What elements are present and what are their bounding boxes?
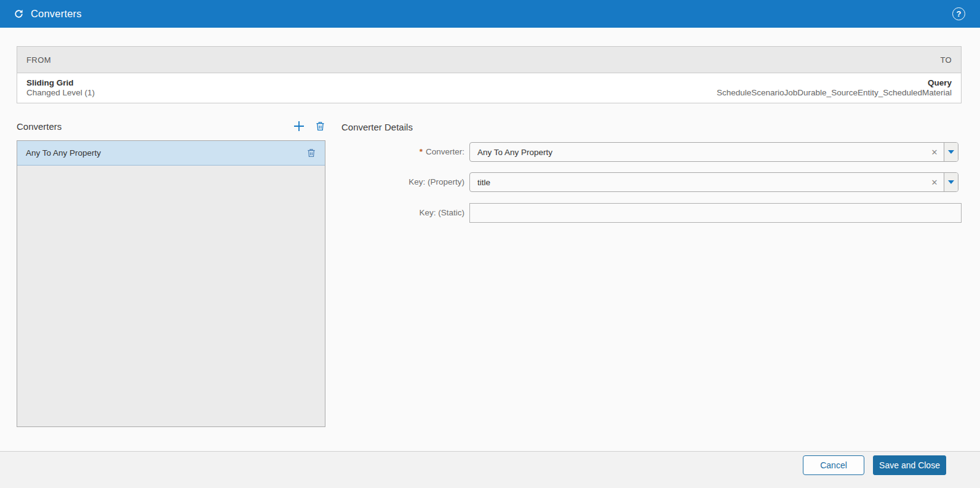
to-column-header: TO bbox=[940, 55, 952, 65]
converters-dialog: Converters ? FROM TO Sliding Grid Change… bbox=[0, 0, 980, 488]
key-property-field-row: Key: (Property) ✕ bbox=[341, 172, 963, 192]
help-icon[interactable]: ? bbox=[952, 7, 965, 20]
key-static-label-text: Key: (Static) bbox=[419, 208, 464, 217]
from-cell: Sliding Grid Changed Level (1) bbox=[26, 78, 95, 98]
converter-label-text: Converter: bbox=[426, 147, 464, 156]
converter-dropdown-button[interactable] bbox=[944, 143, 958, 161]
converters-panel-title: Converters bbox=[17, 121, 293, 132]
plus-icon bbox=[293, 120, 305, 132]
key-static-field-label: Key: (Static) bbox=[341, 203, 464, 223]
from-secondary-text: Changed Level (1) bbox=[26, 88, 95, 98]
footer-bar: Cancel Save and Close bbox=[0, 451, 980, 488]
converters-list: Any To Any Property bbox=[17, 140, 325, 427]
trash-icon bbox=[315, 121, 325, 132]
cancel-button[interactable]: Cancel bbox=[803, 455, 864, 475]
key-property-field-label: Key: (Property) bbox=[341, 172, 464, 192]
key-property-dropdown-button[interactable] bbox=[944, 173, 958, 191]
from-column-header: FROM bbox=[26, 55, 51, 65]
converters-list-header: Converters bbox=[17, 119, 325, 133]
key-property-combobox: ✕ bbox=[469, 172, 958, 192]
converter-field-row: *Converter: ✕ bbox=[341, 142, 963, 162]
clear-icon[interactable]: ✕ bbox=[925, 143, 944, 161]
key-property-label-text: Key: (Property) bbox=[408, 177, 464, 186]
page-title: Converters bbox=[31, 8, 82, 20]
to-cell: Query ScheduleScenarioJobDurable_SourceE… bbox=[717, 78, 952, 98]
key-property-input[interactable] bbox=[470, 173, 925, 191]
titlebar: Converters ? bbox=[0, 0, 980, 28]
list-item-label: Any To Any Property bbox=[26, 148, 306, 158]
sync-icon bbox=[14, 9, 24, 19]
table-row: Sliding Grid Changed Level (1) Query Sch… bbox=[17, 73, 961, 103]
help-glyph: ? bbox=[957, 9, 962, 18]
key-static-field-row: Key: (Static) bbox=[341, 203, 963, 223]
to-secondary-text: ScheduleScenarioJobDurable_SourceEntity_… bbox=[717, 88, 952, 98]
mapping-table: FROM TO Sliding Grid Changed Level (1) Q… bbox=[17, 46, 962, 103]
converter-field-label: *Converter: bbox=[341, 142, 464, 162]
to-primary-text: Query bbox=[717, 78, 952, 88]
trash-icon bbox=[306, 148, 316, 158]
clear-icon[interactable]: ✕ bbox=[925, 173, 944, 191]
from-primary-text: Sliding Grid bbox=[26, 78, 95, 88]
delete-converter-button[interactable] bbox=[306, 148, 316, 158]
save-and-close-button[interactable]: Save and Close bbox=[873, 455, 946, 475]
delete-all-converters-button[interactable] bbox=[315, 121, 325, 132]
add-converter-button[interactable] bbox=[293, 120, 305, 132]
required-marker: * bbox=[420, 147, 423, 156]
chevron-down-icon bbox=[948, 180, 954, 184]
mapping-table-header: FROM TO bbox=[17, 47, 961, 73]
converter-combobox: ✕ bbox=[469, 142, 958, 162]
details-panel-title: Converter Details bbox=[341, 122, 413, 132]
key-static-input[interactable] bbox=[469, 203, 962, 223]
converter-input[interactable] bbox=[470, 143, 925, 161]
chevron-down-icon bbox=[948, 150, 954, 154]
list-item[interactable]: Any To Any Property bbox=[17, 141, 325, 166]
